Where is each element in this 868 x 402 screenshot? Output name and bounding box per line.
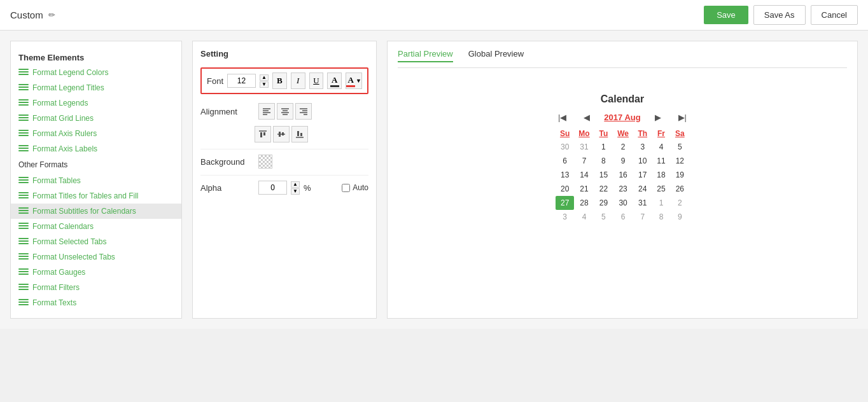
percent-label: % <box>304 183 311 193</box>
cancel-button[interactable]: Cancel <box>811 5 858 25</box>
alpha-down[interactable]: ▼ <box>291 188 300 195</box>
calendar-cell[interactable]: 8 <box>594 154 613 168</box>
day-header-tu: Tu <box>594 127 613 140</box>
calendar-cell[interactable]: 23 <box>613 182 633 196</box>
underline-button[interactable]: U <box>309 73 324 89</box>
tab-global-preview[interactable]: Global Preview <box>468 49 524 62</box>
calendar-cell[interactable]: 19 <box>671 168 689 182</box>
cal-first-button[interactable]: |◀ <box>556 111 569 123</box>
calendar-cell[interactable]: 4 <box>574 210 594 224</box>
calendar-cell[interactable]: 24 <box>633 182 652 196</box>
calendar-cell[interactable]: 25 <box>652 182 670 196</box>
font-size-down[interactable]: ▼ <box>260 81 269 88</box>
sidebar-item-format-tables[interactable]: Format Tables <box>11 173 181 188</box>
calendar-cell[interactable]: 29 <box>594 196 613 210</box>
top-bar-right: Save Save As Cancel <box>704 5 858 25</box>
align-bottom-button[interactable] <box>291 126 308 142</box>
calendar-cell[interactable]: 9 <box>671 210 689 224</box>
alpha-input[interactable] <box>258 181 287 195</box>
align-middle-button[interactable] <box>273 126 290 142</box>
highlight-color-button[interactable]: A ▼ <box>346 73 362 89</box>
sidebar-item-format-axis-rulers[interactable]: Format Axis Rulers <box>11 126 181 141</box>
calendar-cell[interactable]: 2 <box>613 140 633 154</box>
calendar-cell[interactable]: 12 <box>671 154 689 168</box>
sidebar-item-format-unselected-tabs[interactable]: Format Unselected Tabs <box>11 249 181 265</box>
sidebar-item-format-filters[interactable]: Format Filters <box>11 280 181 295</box>
sidebar-item-format-calendars[interactable]: Format Calendars <box>11 219 181 234</box>
font-color-button[interactable]: A <box>327 73 342 89</box>
day-header-th: Th <box>633 127 652 140</box>
sidebar-item-format-axis-labels[interactable]: Format Axis Labels <box>11 141 181 156</box>
calendar-cell[interactable]: 13 <box>556 168 574 182</box>
bold-button[interactable]: B <box>272 73 287 89</box>
sidebar-item-format-legend-colors[interactable]: Format Legend Colors <box>11 65 181 80</box>
calendar-cell[interactable]: 27 <box>556 196 574 210</box>
calendar-cell[interactable]: 22 <box>594 182 613 196</box>
calendar-cell[interactable]: 2 <box>671 196 689 210</box>
tab-partial-preview[interactable]: Partial Preview <box>398 49 453 62</box>
calendar-row: 3456789 <box>556 210 689 224</box>
calendar-cell[interactable]: 3 <box>633 140 652 154</box>
calendar-cell[interactable]: 3 <box>556 210 574 224</box>
calendar-cell[interactable]: 31 <box>633 196 652 210</box>
calendar-cell[interactable]: 31 <box>574 140 594 154</box>
align-left-button[interactable] <box>258 103 275 120</box>
background-swatch[interactable] <box>258 155 272 169</box>
calendar-cell[interactable]: 30 <box>613 196 633 210</box>
sidebar-item-format-legends[interactable]: Format Legends <box>11 95 181 111</box>
alpha-up[interactable]: ▲ <box>291 181 300 188</box>
cal-last-button[interactable]: ▶| <box>676 111 689 123</box>
calendar-cell[interactable]: 4 <box>652 140 670 154</box>
calendar-cell[interactable]: 16 <box>613 168 633 182</box>
sidebar-item-label: Format Gauges <box>32 268 85 277</box>
calendar-cell[interactable]: 1 <box>594 140 613 154</box>
calendar-cell[interactable]: 21 <box>574 182 594 196</box>
calendar-cell[interactable]: 5 <box>671 140 689 154</box>
cal-next-button[interactable]: ▶ <box>652 111 664 123</box>
calendar-cell[interactable]: 26 <box>671 182 689 196</box>
calendar-cell[interactable]: 5 <box>594 210 613 224</box>
calendar-cell[interactable]: 7 <box>633 210 652 224</box>
sidebar-item-format-titles-tables[interactable]: Format Titles for Tables and Fill <box>11 188 181 204</box>
sidebar-item-format-texts[interactable]: Format Texts <box>11 295 181 310</box>
calendar-cell[interactable]: 8 <box>652 210 670 224</box>
calendar-cell[interactable]: 10 <box>633 154 652 168</box>
calendar-cell[interactable]: 6 <box>613 210 633 224</box>
edit-icon[interactable]: ✏ <box>48 10 55 20</box>
font-size-input[interactable] <box>227 74 256 88</box>
save-as-button[interactable]: Save As <box>753 5 806 25</box>
day-header-sa: Sa <box>671 127 689 140</box>
calendar-cell[interactable]: 9 <box>613 154 633 168</box>
save-button[interactable]: Save <box>704 6 748 24</box>
calendar-cell[interactable]: 28 <box>574 196 594 210</box>
sidebar-item-format-gauges[interactable]: Format Gauges <box>11 265 181 280</box>
calendar-cell[interactable]: 15 <box>594 168 613 182</box>
day-header-fr: Fr <box>652 127 670 140</box>
calendar-row: 272829303112 <box>556 196 689 210</box>
sidebar-item-format-selected-tabs[interactable]: Format Selected Tabs <box>11 234 181 249</box>
calendar-cell[interactable]: 1 <box>652 196 670 210</box>
align-right-button[interactable] <box>295 103 312 120</box>
calendar-cell[interactable]: 30 <box>556 140 574 154</box>
align-center-button[interactable] <box>277 103 293 120</box>
sidebar-item-format-grid-lines[interactable]: Format Grid Lines <box>11 111 181 126</box>
calendar-container: Calendar |◀ ◀ 2017 Aug ▶ ▶| Su Mo Tu We <box>398 81 847 237</box>
calendar-cell[interactable]: 7 <box>574 154 594 168</box>
calendar-cell[interactable]: 14 <box>574 168 594 182</box>
calendar-grid: Su Mo Tu We Th Fr Sa 3031123456789101112… <box>556 127 689 224</box>
calendar-row: 13141516171819 <box>556 168 689 182</box>
highlight-color-bar <box>346 85 355 87</box>
background-label: Background <box>200 157 255 167</box>
align-top-button[interactable] <box>255 126 271 142</box>
cal-prev-button[interactable]: ◀ <box>581 111 592 123</box>
calendar-cell[interactable]: 18 <box>652 168 670 182</box>
sidebar-item-format-subtitles-calendars[interactable]: Format Subtitles for Calendars <box>11 204 181 219</box>
auto-checkbox[interactable] <box>342 184 350 192</box>
sidebar-item-format-legend-titles[interactable]: Format Legend Titles <box>11 80 181 95</box>
calendar-cell[interactable]: 6 <box>556 154 574 168</box>
calendar-cell[interactable]: 17 <box>633 168 652 182</box>
calendar-cell[interactable]: 20 <box>556 182 574 196</box>
italic-button[interactable]: I <box>291 73 305 89</box>
calendar-cell[interactable]: 11 <box>652 154 670 168</box>
font-size-up[interactable]: ▲ <box>260 74 269 81</box>
